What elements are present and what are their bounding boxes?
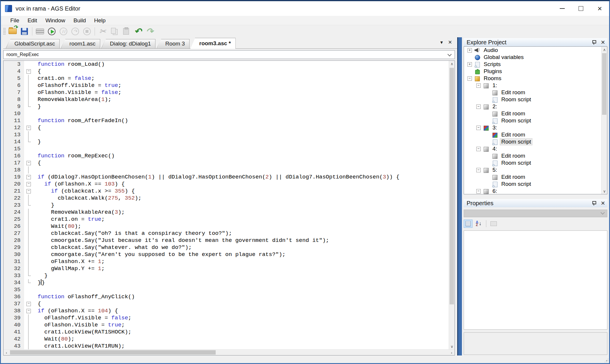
properties-object-combo[interactable] bbox=[464, 210, 607, 217]
code-line[interactable]: 37{ bbox=[4, 300, 449, 307]
minimize-button[interactable] bbox=[553, 1, 572, 16]
fold-collapse-icon[interactable] bbox=[24, 173, 33, 181]
code-line[interactable]: 10 bbox=[4, 110, 449, 117]
properties-grid[interactable] bbox=[464, 230, 607, 330]
tree-item-room-script[interactable]: Room script bbox=[464, 138, 601, 145]
collapse-icon[interactable]: − bbox=[476, 189, 481, 193]
expand-icon[interactable]: + bbox=[467, 48, 472, 53]
code-line[interactable]: 33 } bbox=[4, 272, 449, 279]
vertical-scroll-thumb[interactable] bbox=[450, 68, 454, 304]
tree-item-audio[interactable]: +Audio bbox=[464, 47, 601, 54]
code-line[interactable]: 5crat1.on = false; bbox=[4, 75, 449, 82]
menu-file[interactable]: File bbox=[6, 16, 24, 25]
categorized-button[interactable] bbox=[464, 220, 472, 228]
tab-dialog-ddialog1[interactable]: Dialog: dDialog1 bbox=[101, 39, 155, 48]
build-button[interactable] bbox=[34, 26, 46, 37]
code-line[interactable]: 12{ bbox=[4, 124, 449, 131]
tab-room1-asc[interactable]: room1.asc bbox=[61, 39, 100, 48]
code-line[interactable]: 11function room_AfterFadeIn() bbox=[4, 117, 449, 124]
collapse-icon[interactable]: − bbox=[476, 126, 481, 130]
tab-room-3[interactable]: Room 3 bbox=[156, 39, 190, 48]
code-line[interactable]: 41 crat1.LockView(RAT1SHOCK); bbox=[4, 328, 449, 336]
tree-item-plugins[interactable]: Plugins bbox=[464, 68, 601, 75]
expand-icon[interactable]: + bbox=[467, 62, 472, 67]
code-line[interactable]: 27 cblackcat.Say("oh? is that a conspira… bbox=[4, 230, 449, 237]
pin-icon[interactable] bbox=[591, 40, 596, 45]
code-line[interactable]: 4{ bbox=[4, 68, 449, 75]
code-line[interactable]: 15 bbox=[4, 145, 449, 152]
code-area[interactable]: 3function room_Load()4{5crat1.on = false… bbox=[4, 61, 449, 349]
fold-collapse-icon[interactable] bbox=[24, 159, 33, 166]
collapse-icon[interactable]: − bbox=[476, 168, 481, 172]
code-line[interactable]: 26 Wait(80); bbox=[4, 223, 449, 230]
code-line[interactable]: 38if (oFlashon.X == 104) { bbox=[4, 307, 449, 314]
code-line[interactable]: 31 oFlashon.X += 1; bbox=[4, 258, 449, 265]
code-line[interactable]: 23 } bbox=[4, 202, 449, 209]
code-line[interactable]: 16function room_RepExec() bbox=[4, 152, 449, 159]
fold-collapse-icon[interactable] bbox=[24, 307, 33, 314]
code-line[interactable]: 18 bbox=[4, 166, 449, 173]
scroll-down-icon[interactable]: ∨ bbox=[449, 343, 455, 349]
code-line[interactable]: 43 crat1.LockView(RAT1RUN); bbox=[4, 343, 449, 349]
code-line[interactable]: 14} bbox=[4, 138, 449, 145]
code-line[interactable]: 42 Wait(80); bbox=[4, 336, 449, 343]
scroll-right-icon[interactable]: › bbox=[449, 350, 455, 355]
properties-pin-icon[interactable] bbox=[591, 200, 596, 206]
pause-button[interactable] bbox=[58, 26, 69, 37]
panel-splitter[interactable] bbox=[457, 37, 462, 355]
fold-collapse-icon[interactable] bbox=[24, 188, 33, 195]
code-line[interactable]: 7oFlashon.Visible = false; bbox=[4, 89, 449, 96]
tree-vertical-scrollbar[interactable]: ∧ ∨ bbox=[601, 47, 607, 194]
code-line[interactable]: 35 bbox=[4, 286, 449, 293]
editor-horizontal-scrollbar[interactable]: ‹ › bbox=[4, 349, 455, 355]
collapse-icon[interactable]: − bbox=[467, 76, 472, 81]
code-line[interactable]: 30 cmoorgate.Say("Aren't you supposed to… bbox=[4, 251, 449, 258]
tree-item-room-script[interactable]: Room script bbox=[464, 117, 601, 124]
code-line[interactable]: 24 RemoveWalkableArea(3); bbox=[4, 209, 449, 216]
function-selector-combo[interactable]: room_RepExec bbox=[3, 50, 455, 59]
tree-scroll-thumb[interactable] bbox=[602, 53, 606, 115]
menu-window[interactable]: Window bbox=[41, 16, 69, 25]
tree-item-edit-room[interactable]: Edit room bbox=[464, 89, 601, 96]
resize-grip[interactable] bbox=[604, 358, 608, 362]
tree-item-edit-room[interactable]: Edit room bbox=[464, 173, 601, 181]
horizontal-scroll-thumb[interactable] bbox=[10, 350, 216, 355]
tree-item-6-[interactable]: −6: bbox=[464, 188, 601, 194]
collapse-icon[interactable]: − bbox=[476, 83, 481, 88]
tree-item-edit-room[interactable]: Edit room bbox=[464, 110, 601, 117]
fold-collapse-icon[interactable] bbox=[24, 124, 33, 131]
properties-close-icon[interactable]: × bbox=[601, 200, 605, 207]
tree-scroll-up-icon[interactable]: ∧ bbox=[601, 47, 607, 53]
tab-list-dropdown-icon[interactable]: ▾ bbox=[440, 39, 443, 45]
menu-edit[interactable]: Edit bbox=[24, 16, 41, 25]
code-line[interactable]: 9} bbox=[4, 103, 449, 110]
cut-button[interactable] bbox=[97, 26, 108, 37]
open-button[interactable] bbox=[7, 26, 19, 37]
tree-scroll-down-icon[interactable]: ∨ bbox=[601, 188, 607, 194]
menu-build[interactable]: Build bbox=[69, 16, 90, 25]
tree-item-room-script[interactable]: Room script bbox=[464, 181, 601, 188]
undo-button[interactable] bbox=[132, 26, 144, 37]
fold-collapse-icon[interactable] bbox=[24, 181, 33, 188]
collapse-icon[interactable]: − bbox=[476, 147, 481, 151]
tree-item-global-variables[interactable]: Global variables bbox=[464, 54, 601, 61]
tree-item-edit-room[interactable]: Edit room bbox=[464, 131, 601, 138]
paste-button[interactable] bbox=[120, 26, 132, 37]
run-button[interactable] bbox=[46, 26, 58, 37]
code-line[interactable]: 22 cblackcat.Walk(275, 352); bbox=[4, 195, 449, 202]
code-line[interactable]: 36function oFlashoff_AnyClick() bbox=[4, 293, 449, 300]
fold-collapse-icon[interactable] bbox=[24, 68, 33, 75]
tree-item-rooms[interactable]: −Rooms bbox=[464, 75, 601, 82]
stop-button[interactable] bbox=[81, 26, 93, 37]
copy-button[interactable] bbox=[108, 26, 120, 37]
alphabetical-sort-button[interactable]: AZ ↓ bbox=[474, 220, 483, 228]
code-line[interactable]: 32 gWallMap.Y += 1; bbox=[4, 265, 449, 272]
code-line[interactable]: 34}} bbox=[4, 279, 449, 286]
tree-item-3-[interactable]: −3: bbox=[464, 124, 601, 131]
scroll-left-icon[interactable]: ‹ bbox=[4, 350, 9, 355]
code-line[interactable]: 40 oFlashon.Visible = true; bbox=[4, 321, 449, 328]
code-line[interactable]: 6oFlashoff.Visible = true; bbox=[4, 82, 449, 89]
tab-room3-asc-[interactable]: room3.asc * bbox=[190, 38, 236, 49]
step-button[interactable] bbox=[69, 26, 81, 37]
editor-vertical-scrollbar[interactable]: ∧ ∨ bbox=[449, 61, 455, 349]
